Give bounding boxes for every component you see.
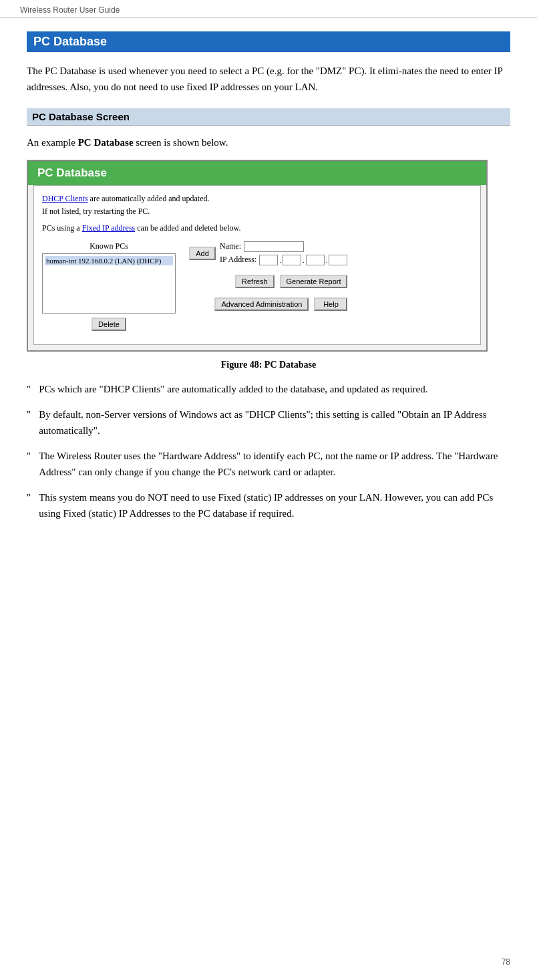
- add-button[interactable]: Add: [189, 247, 216, 260]
- bullet-char-4: ": [27, 489, 31, 521]
- bullet-list: " PCs which are "DHCP Clients" are autom…: [27, 381, 510, 521]
- fixed-ip-suffix: can be added and deleted below.: [135, 223, 240, 233]
- screen-intro-after: screen is shown below.: [134, 137, 228, 148]
- generate-report-button[interactable]: Generate Report: [280, 275, 348, 288]
- name-input-box[interactable]: [244, 241, 304, 252]
- delete-row: Delete: [92, 318, 126, 331]
- refresh-button[interactable]: Refresh: [235, 275, 275, 288]
- dot2: .: [303, 256, 305, 264]
- ip-row: IP Address: . . .: [220, 255, 347, 265]
- page-number: 78: [502, 957, 510, 967]
- bullet-char-1: ": [27, 381, 31, 397]
- main-title: PC Database: [27, 31, 510, 52]
- screen-intro-before: An example: [27, 137, 78, 148]
- screen-title: PC Database: [28, 161, 486, 185]
- intro-paragraph: The PC Database is used whenever you nee…: [27, 63, 510, 95]
- known-pcs-list[interactable]: human-int 192.168.0.2 (LAN) (DHCP): [42, 253, 176, 314]
- name-row: Name:: [220, 241, 347, 252]
- add-row: Add Name: IP Address: .: [189, 241, 347, 265]
- list-item: " This system means you do NOT need to u…: [27, 489, 510, 521]
- dot3: .: [326, 256, 328, 264]
- right-controls: Add Name: IP Address: .: [189, 241, 347, 311]
- page-footer: 78: [475, 951, 537, 973]
- bullet-text-1: PCs which are "DHCP Clients" are automat…: [39, 381, 510, 397]
- pc-database-screen: PC Database DHCP Clients are automatical…: [27, 160, 488, 352]
- screen-inner-body: DHCP Clients are automatically added and…: [33, 185, 481, 345]
- delete-button[interactable]: Delete: [92, 318, 126, 331]
- refresh-report-row: Refresh Generate Report: [189, 275, 347, 288]
- known-pcs-column: Known PCs human-int 192.168.0.2 (LAN) (D…: [42, 241, 176, 331]
- header-text: Wireless Router User Guide: [20, 5, 120, 15]
- ip-octet-1[interactable]: [259, 255, 278, 265]
- ip-octet-4[interactable]: [329, 255, 347, 265]
- page-header: Wireless Router User Guide: [0, 0, 537, 18]
- figure-caption: Figure 48: PC Database: [27, 360, 510, 370]
- bullet-text-3: The Wireless Router uses the "Hardware A…: [39, 448, 510, 480]
- list-item: " By default, non-Server versions of Win…: [27, 406, 510, 439]
- screen-intro-bold: PC Database: [78, 137, 134, 148]
- fixed-ip-info: PCs using a Fixed IP address can be adde…: [42, 223, 472, 233]
- help-button[interactable]: Help: [314, 297, 347, 311]
- ip-boxes: . . .: [259, 255, 347, 265]
- pc-entry[interactable]: human-int 192.168.0.2 (LAN) (DHCP): [45, 256, 173, 265]
- page-content: PC Database The PC Database is used when…: [0, 18, 537, 544]
- adv-help-row: Advanced Administration Help: [189, 297, 347, 311]
- known-pcs-section: Known PCs human-int 192.168.0.2 (LAN) (D…: [42, 241, 472, 331]
- dot1: .: [279, 256, 281, 264]
- dhcp-info: DHCP Clients are automatically added and…: [42, 193, 472, 218]
- ip-label: IP Address:: [220, 255, 256, 265]
- bullet-text-4: This system means you do NOT need to use…: [39, 489, 510, 521]
- dhcp-line2: If not listed, try restarting the PC.: [42, 207, 150, 216]
- name-ip-section: Name: IP Address: . .: [220, 241, 347, 265]
- bullet-char-3: ": [27, 448, 31, 480]
- bullet-char-2: ": [27, 406, 31, 439]
- fixed-ip-prefix: PCs using a: [42, 223, 82, 233]
- bullet-text-2: By default, non-Server versions of Windo…: [39, 406, 510, 439]
- dhcp-suffix: are automatically added and updated.: [88, 194, 210, 203]
- list-item: " PCs which are "DHCP Clients" are autom…: [27, 381, 510, 397]
- dhcp-clients-link[interactable]: DHCP Clients: [42, 194, 88, 203]
- advanced-admin-button[interactable]: Advanced Administration: [214, 297, 309, 311]
- known-pcs-label: Known PCs: [90, 241, 128, 251]
- ip-octet-3[interactable]: [306, 255, 325, 265]
- name-label: Name:: [220, 241, 241, 251]
- fixed-ip-link[interactable]: Fixed IP address: [82, 223, 136, 233]
- screen-intro: An example PC Database screen is shown b…: [27, 135, 510, 150]
- ip-octet-2[interactable]: [283, 255, 301, 265]
- list-item: " The Wireless Router uses the "Hardware…: [27, 448, 510, 480]
- subtitle: PC Database Screen: [27, 108, 510, 126]
